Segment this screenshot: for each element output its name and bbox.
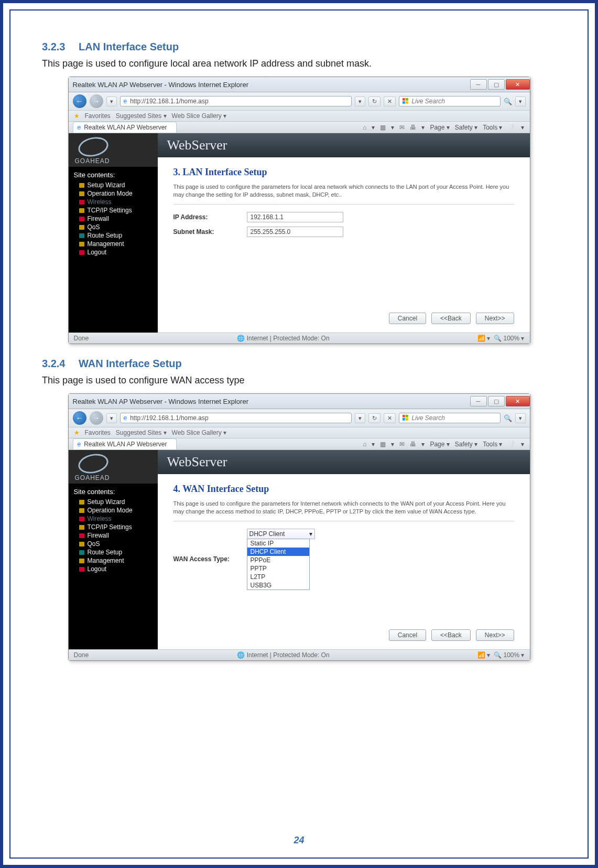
- url-dropdown[interactable]: ▾: [355, 413, 365, 423]
- address-bar[interactable]: e http://192.168.1.1/home.asp: [120, 413, 352, 423]
- sidebar-item[interactable]: Logout: [79, 248, 158, 256]
- logo-text: GOAHEAD: [69, 474, 158, 481]
- sidebar-item-label: TCP/IP Settings: [88, 207, 132, 214]
- address-bar[interactable]: e http://192.168.1.1/home.asp: [120, 96, 352, 106]
- close-button[interactable]: ✕: [506, 79, 530, 90]
- favorites-star-icon[interactable]: ★: [74, 429, 80, 436]
- maximize-button[interactable]: ▢: [488, 79, 505, 90]
- sidebar-item[interactable]: Firewall: [79, 215, 158, 223]
- search-go-icon[interactable]: 🔍: [504, 414, 512, 422]
- back-nav-button[interactable]: ←: [73, 94, 86, 108]
- tools-menu[interactable]: Tools ▾: [481, 124, 504, 131]
- status-left: Done: [74, 651, 89, 659]
- sidebar-item[interactable]: Setup Wizard: [79, 181, 158, 189]
- refresh-button[interactable]: ↻: [368, 413, 380, 423]
- wan-access-select[interactable]: DHCP Client ▾: [247, 529, 315, 539]
- folder-icon: [79, 200, 84, 205]
- status-zone: Internet | Protected Mode: On: [247, 335, 330, 342]
- sidebar-item[interactable]: QoS: [79, 540, 158, 548]
- history-dropdown[interactable]: ▾: [106, 97, 117, 106]
- cancel-button[interactable]: Cancel: [389, 313, 426, 324]
- favorites-star-icon[interactable]: ★: [74, 112, 80, 120]
- favorites-label[interactable]: Favorites: [85, 112, 111, 120]
- wan-option[interactable]: Static IP: [247, 539, 309, 548]
- zoom-control[interactable]: 📶 ▾ 🔍 100% ▾: [477, 335, 524, 342]
- next-button[interactable]: Next>>: [476, 313, 514, 324]
- search-dropdown[interactable]: ▾: [515, 97, 526, 106]
- zoom-control[interactable]: 📶 ▾ 🔍 100% ▾: [477, 651, 524, 659]
- wan-option[interactable]: USB3G: [247, 581, 309, 590]
- home-icon[interactable]: ⌂: [361, 441, 368, 448]
- wan-option[interactable]: L2TP: [247, 573, 309, 581]
- sidebar-item[interactable]: TCP/IP Settings: [79, 206, 158, 215]
- nav-tree-lan: Setup WizardOperation ModeWirelessTCP/IP…: [69, 181, 158, 256]
- minimize-button[interactable]: ─: [470, 79, 487, 90]
- wan-option[interactable]: PPPoE: [247, 556, 309, 564]
- close-button[interactable]: ✕: [506, 396, 530, 406]
- sidebar-item[interactable]: Route Setup: [79, 231, 158, 240]
- mail-icon[interactable]: ✉: [398, 441, 406, 448]
- forward-nav-button[interactable]: →: [90, 94, 103, 108]
- mail-icon[interactable]: ✉: [398, 124, 406, 131]
- feeds-icon[interactable]: ▦: [378, 441, 387, 448]
- sidebar-item[interactable]: Management: [79, 556, 158, 565]
- ip-input[interactable]: [247, 212, 343, 222]
- favorites-label[interactable]: Favorites: [85, 429, 111, 436]
- search-go-icon[interactable]: 🔍: [504, 98, 512, 105]
- search-box[interactable]: Live Search: [399, 96, 501, 106]
- page-icon: e: [124, 414, 127, 422]
- sidebar-item[interactable]: Logout: [79, 565, 158, 573]
- stop-button[interactable]: ✕: [384, 413, 396, 423]
- back-nav-button[interactable]: ←: [73, 411, 86, 425]
- sidebar-item[interactable]: TCP/IP Settings: [79, 523, 158, 531]
- favorites-link[interactable]: Suggested Sites ▾: [116, 429, 167, 436]
- maximize-button[interactable]: ▢: [488, 396, 505, 406]
- page-menu[interactable]: Page ▾: [428, 124, 451, 131]
- help-icon[interactable]: ❔: [506, 441, 517, 448]
- page-menu[interactable]: Page ▾: [428, 441, 451, 448]
- safety-menu[interactable]: Safety ▾: [453, 441, 479, 448]
- feeds-icon[interactable]: ▦: [378, 124, 387, 131]
- back-button[interactable]: <<Back: [431, 629, 471, 641]
- sidebar-item[interactable]: Wireless: [79, 515, 158, 523]
- next-button[interactable]: Next>>: [476, 629, 514, 641]
- sidebar-item[interactable]: Management: [79, 240, 158, 248]
- sidebar-item[interactable]: QoS: [79, 223, 158, 231]
- favorites-link[interactable]: Web Slice Gallery ▾: [172, 429, 226, 436]
- sidebar-item[interactable]: Firewall: [79, 531, 158, 540]
- svg-rect-1: [406, 98, 408, 101]
- search-box[interactable]: Live Search: [399, 413, 501, 423]
- help-icon[interactable]: ❔: [506, 124, 517, 131]
- sidebar-item[interactable]: Route Setup: [79, 548, 158, 556]
- svg-rect-2: [403, 101, 405, 104]
- browser-tab[interactable]: e Realtek WLAN AP Webserver: [73, 122, 177, 133]
- wan-selected-value: DHCP Client: [249, 530, 285, 538]
- back-button[interactable]: <<Back: [431, 313, 471, 324]
- search-dropdown[interactable]: ▾: [515, 413, 526, 423]
- cancel-button[interactable]: Cancel: [389, 629, 426, 641]
- sidebar-item[interactable]: Wireless: [79, 198, 158, 206]
- refresh-button[interactable]: ↻: [368, 97, 380, 106]
- sidebar-item[interactable]: Setup Wizard: [79, 498, 158, 506]
- stop-button[interactable]: ✕: [384, 97, 396, 106]
- print-icon[interactable]: 🖶: [408, 124, 418, 131]
- safety-menu[interactable]: Safety ▾: [453, 124, 479, 131]
- favorites-link[interactable]: Suggested Sites ▾: [116, 112, 167, 120]
- minimize-button[interactable]: ─: [470, 396, 487, 406]
- print-icon[interactable]: 🖶: [408, 441, 418, 448]
- sidebar-item[interactable]: Operation Mode: [79, 189, 158, 198]
- forward-nav-button[interactable]: →: [90, 411, 103, 425]
- sidebar-item[interactable]: Operation Mode: [79, 506, 158, 515]
- search-placeholder: Live Search: [412, 414, 445, 422]
- history-dropdown[interactable]: ▾: [106, 413, 117, 423]
- browser-tab[interactable]: e Realtek WLAN AP Webserver: [73, 438, 177, 449]
- favorites-link[interactable]: Web Slice Gallery ▾: [172, 112, 226, 120]
- wan-option[interactable]: DHCP Client: [247, 548, 309, 556]
- mask-label: Subnet Mask:: [173, 228, 247, 235]
- tools-menu[interactable]: Tools ▾: [481, 441, 504, 448]
- wan-option[interactable]: PPTP: [247, 564, 309, 573]
- mask-input[interactable]: [247, 227, 343, 237]
- home-icon[interactable]: ⌂: [361, 124, 368, 131]
- wizard-buttons: Cancel <<Back Next>>: [389, 313, 514, 324]
- url-dropdown[interactable]: ▾: [355, 97, 365, 106]
